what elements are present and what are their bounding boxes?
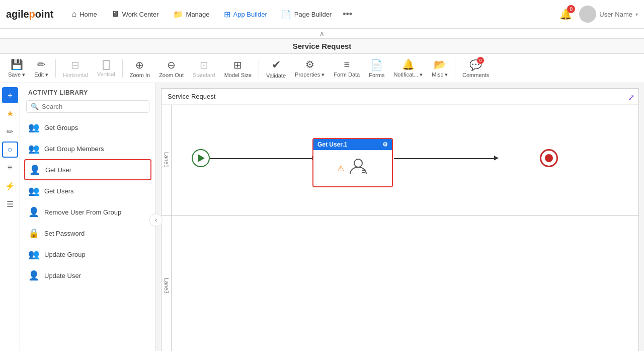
model-size-icon: ⊞ <box>233 59 242 71</box>
notif-toolbar-icon: 🔔 <box>402 58 415 71</box>
activity-item-get-group-members[interactable]: 👥 Get Group Members <box>20 138 155 159</box>
menu-button[interactable]: ☰ <box>2 196 18 212</box>
user-avatar[interactable]: User Name ▾ <box>579 6 638 23</box>
model-size-button[interactable]: ⊞ Model Size <box>220 57 256 80</box>
get-user-icon: 👤 <box>29 164 40 175</box>
start-play-icon <box>198 154 205 162</box>
update-user-icon: 👤 <box>28 270 39 281</box>
nav-manage[interactable]: 📁 Manage <box>167 7 216 22</box>
toolbar-separator-4 <box>455 59 455 78</box>
activity-item-get-groups[interactable]: 👥 Get Groups <box>20 117 155 138</box>
properties-button[interactable]: ⚙ Properties ▾ <box>291 56 329 80</box>
activity-item-update-group[interactable]: 👥 Update Group <box>20 244 155 265</box>
nav-home[interactable]: ⌂ Home <box>65 7 103 22</box>
zoom-in-icon: ⊕ <box>135 59 144 71</box>
top-nav: agilepoint ⌂ Home 🖥 Work Center 📁 Manage… <box>0 0 644 29</box>
zoom-out-button[interactable]: ⊖ Zoom Out <box>155 57 188 80</box>
get-group-members-icon: 👥 <box>28 143 39 154</box>
end-node[interactable] <box>540 149 558 167</box>
update-group-icon: 👥 <box>28 249 39 260</box>
lightning-button[interactable]: ⚡ <box>2 178 18 194</box>
diagram-area: Lane1 Lane3 Get User.1 ⚙ <box>162 105 638 351</box>
svg-point-0 <box>354 159 362 167</box>
toolbar-separator-2 <box>122 59 123 78</box>
forms-icon: 📄 <box>370 59 383 71</box>
set-password-icon: 🔒 <box>28 228 39 239</box>
node-warning-icon: ⚠ <box>337 164 344 173</box>
standard-button: ⊡ Standard <box>189 57 219 80</box>
chevron-icon: ∧ <box>319 30 325 37</box>
user-dropdown-icon: ▾ <box>635 12 638 17</box>
collapse-panel-button[interactable]: ‹ <box>149 214 163 227</box>
remove-user-icon: 👤 <box>28 206 39 218</box>
home-icon: ⌂ <box>71 10 76 19</box>
validate-button[interactable]: ✔ Validate <box>262 56 290 81</box>
save-button[interactable]: 💾 Save ▾ <box>4 56 29 80</box>
nav-more-button[interactable]: ••• <box>340 6 355 23</box>
comments-button[interactable]: 💬 0 Comments <box>458 57 493 80</box>
misc-button[interactable]: 📂 Misc ▾ <box>428 56 452 80</box>
horizontal-button: ⊟ Horizontal <box>59 57 92 80</box>
end-stop-icon <box>545 154 553 162</box>
lane-3: Lane3 <box>162 216 638 351</box>
canvas-area[interactable]: Service Request ⤢ Lane1 Lane3 <box>156 83 644 351</box>
search-box[interactable]: 🔍 <box>26 100 149 113</box>
edit-icon: ✏ <box>37 58 46 71</box>
favorites-button[interactable]: ★ <box>2 105 18 121</box>
get-groups-icon: 👥 <box>28 122 39 133</box>
nav-page-builder[interactable]: 📄 Page Builder <box>275 7 338 22</box>
node-user-icon <box>348 156 368 180</box>
page-title: Service Request <box>0 39 644 54</box>
nav-right: 🔔 0 User Name ▾ <box>556 5 638 23</box>
canvas-inner: Service Request ⤢ Lane1 Lane3 <box>161 88 639 351</box>
edit-button[interactable]: ✏ Edit ▾ <box>30 56 52 80</box>
nav-app-builder[interactable]: ⊞ App Builder <box>218 7 273 22</box>
list-button[interactable]: ≡ <box>2 160 18 176</box>
toolbar-separator-1 <box>55 59 56 78</box>
chevron-toggle[interactable]: ∧ <box>0 29 644 39</box>
toolbar: 💾 Save ▾ ✏ Edit ▾ ⊟ Horizontal Vertical … <box>0 54 644 83</box>
notif-badge: 0 <box>567 5 575 13</box>
search-icon: 🔍 <box>31 103 39 110</box>
nav-work-center[interactable]: 🖥 Work Center <box>105 7 165 22</box>
logo: agilepoint <box>6 9 53 20</box>
left-icon-bar: ＋ ★ ✏ ○ ≡ ⚡ ☰ <box>0 83 20 351</box>
forms-button[interactable]: 📄 Forms <box>365 57 388 80</box>
toolbar-separator-3 <box>259 59 259 78</box>
activity-item-update-user[interactable]: 👤 Update User <box>20 265 155 286</box>
form-data-icon: ≡ <box>344 59 350 71</box>
activity-node-header: Get User.1 ⚙ <box>313 139 392 150</box>
save-icon: 💾 <box>11 58 23 71</box>
main-layout: ＋ ★ ✏ ○ ≡ ⚡ ☰ Activity Library 🔍 👥 Get G… <box>0 83 644 351</box>
lane-1: Lane1 <box>162 105 638 216</box>
activity-list: 👥 Get Groups 👥 Get Group Members 👤 Get U… <box>20 117 155 351</box>
notifications-button[interactable]: 🔔 0 <box>556 5 575 23</box>
expand-canvas-button[interactable]: ⤢ <box>628 93 634 102</box>
validate-icon: ✔ <box>272 58 281 72</box>
properties-icon: ⚙ <box>305 58 314 71</box>
activity-item-get-users[interactable]: 👥 Get Users <box>20 180 155 201</box>
notifications-toolbar-button[interactable]: 🔔 Notificat... ▾ <box>389 56 427 80</box>
app-builder-icon: ⊞ <box>224 10 230 19</box>
activity-library-panel: Activity Library 🔍 👥 Get Groups 👥 Get Gr… <box>20 83 156 351</box>
activity-item-get-user[interactable]: 👤 Get User <box>24 159 151 180</box>
form-data-button[interactable]: ≡ Form Data <box>330 57 364 80</box>
arrow-2 <box>394 158 495 159</box>
activity-node-body: ⚠ <box>313 150 392 186</box>
activity-item-remove-user[interactable]: 👤 Remove User From Group <box>20 201 155 223</box>
vertical-icon <box>103 60 110 70</box>
node-settings-icon[interactable]: ⚙ <box>382 141 388 148</box>
edit-mode-button[interactable]: ✏ <box>2 123 18 139</box>
shapes-button[interactable]: ○ <box>2 142 18 158</box>
zoom-in-button[interactable]: ⊕ Zoom In <box>126 57 154 80</box>
comments-count: 0 <box>477 57 484 64</box>
get-user-node[interactable]: Get User.1 ⚙ ⚠ <box>312 138 393 187</box>
add-activity-button[interactable]: ＋ <box>2 87 18 103</box>
search-input[interactable] <box>42 103 145 110</box>
start-node[interactable] <box>192 149 210 167</box>
avatar-image <box>579 6 596 23</box>
work-center-icon: 🖥 <box>111 10 119 19</box>
activity-library-header: Activity Library <box>20 83 155 100</box>
activity-item-set-password[interactable]: 🔒 Set Password <box>20 223 155 244</box>
page-builder-icon: 📄 <box>281 10 291 19</box>
